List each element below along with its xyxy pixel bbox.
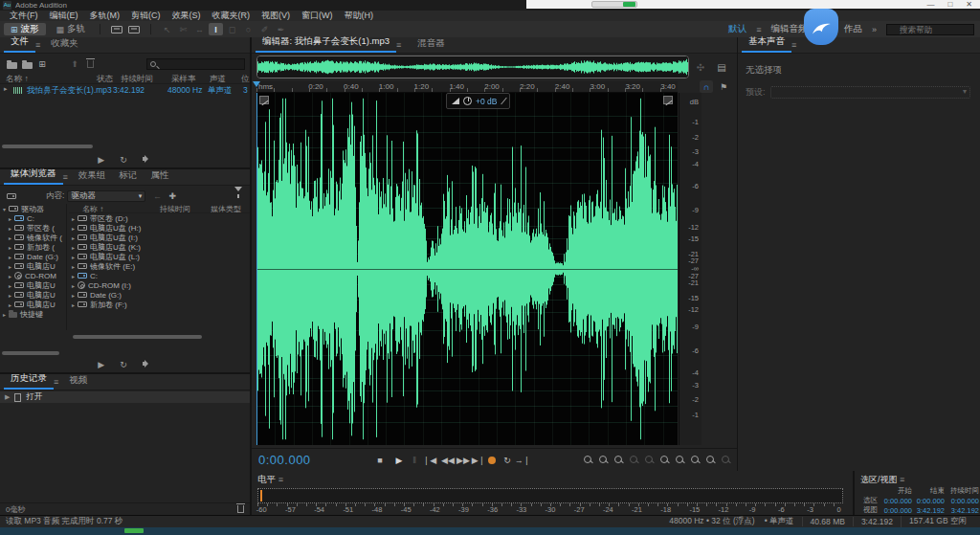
tab-effects-rack[interactable]: 效果组 — [72, 167, 113, 185]
insert-to-multitrack-icon[interactable]: ⬆ — [67, 58, 82, 70]
zoom-out-amplitude-icon[interactable] — [598, 455, 609, 465]
tree-item[interactable]: ▸镜像软件 ( — [0, 233, 66, 242]
panel-menu-icon[interactable]: ≡ — [791, 38, 800, 53]
device-icon[interactable] — [4, 190, 19, 202]
move-tool-icon[interactable]: ↖ — [160, 23, 174, 35]
content-dropdown[interactable]: 驱动器▾ — [67, 190, 145, 202]
skip-to-start-button[interactable]: ❘◀ — [421, 454, 438, 467]
back-arrow-icon[interactable]: ← — [149, 190, 165, 202]
time-value[interactable]: 3:42.192 — [912, 506, 945, 515]
add-shortcut-icon[interactable]: ✚ — [165, 190, 180, 202]
time-value[interactable]: 0:00.000 — [880, 506, 912, 515]
tab-favorites[interactable]: 收藏夹 — [44, 35, 85, 53]
lasso-selection-tool-icon[interactable]: ○ — [241, 23, 256, 35]
volume-value[interactable]: +0 dB — [476, 97, 497, 106]
edit-range-grip-right-icon[interactable] — [663, 96, 673, 104]
expand-caret-icon[interactable]: ▸ — [9, 301, 11, 308]
tab-properties[interactable]: 属性 — [144, 167, 175, 185]
preset-dropdown[interactable] — [770, 86, 970, 99]
play-preview-icon[interactable]: ▶ — [98, 155, 104, 165]
file-row[interactable]: ▸ 我怕鼻子会变长(1).mp3 3:42.192 48000 Hz 单声道 3 — [0, 85, 250, 97]
history-entry-open[interactable]: ▶ 打开 — [0, 391, 250, 403]
volume-hud[interactable]: +0 dB — [446, 93, 510, 109]
file-name[interactable]: 我怕鼻子会变长(1).mp3 — [27, 85, 112, 97]
expand-caret-icon[interactable]: ▸ — [3, 311, 6, 318]
list-item[interactable]: ▸电脑店U盘 (I:) — [69, 233, 250, 242]
windows-taskbar[interactable] — [0, 527, 980, 535]
tree-item[interactable]: ▸电脑店U — [0, 300, 66, 309]
expand-caret-icon[interactable]: ▸ — [72, 282, 75, 289]
expand-caret-icon[interactable]: ▸ — [72, 254, 75, 260]
tree-item[interactable]: ▸C: — [0, 213, 66, 223]
new-content-icon[interactable]: ⊞ — [34, 58, 50, 70]
waveform-canvas[interactable] — [256, 93, 678, 445]
expand-caret-icon[interactable]: ▸ — [72, 292, 75, 299]
skip-selection-button[interactable]: →❘ — [514, 454, 531, 467]
zoom-reset-icon[interactable] — [644, 455, 655, 465]
expand-caret-icon[interactable]: ▸ — [9, 292, 11, 299]
spectral-display-icon[interactable]: ▤ — [714, 60, 729, 74]
volume-knob-icon[interactable] — [463, 97, 472, 105]
zoom-in-amplitude-icon[interactable] — [583, 455, 593, 465]
waveform-display[interactable] — [256, 93, 678, 445]
zoom-selection-left-icon[interactable] — [659, 455, 670, 465]
tree-root-row[interactable]: ▾ 驱动器 — [0, 204, 66, 213]
expand-caret-icon[interactable]: ▸ — [72, 273, 75, 279]
timeline-ruler[interactable]: hms 0:200:401:001:201:402:002:202:403:00… — [256, 81, 678, 93]
tab-editor[interactable]: 编辑器: 我怕鼻子会变长(1).mp3 — [256, 33, 396, 53]
zoom-in-time-icon[interactable] — [613, 455, 624, 465]
list-item[interactable]: ▸镜像软件 (E:) — [69, 261, 250, 271]
marquee-selection-tool-icon[interactable]: ◻ — [225, 23, 239, 35]
time-value[interactable]: 0:00.000 — [945, 497, 979, 505]
expand-caret-icon[interactable]: ▸ — [72, 244, 75, 251]
waveform-overview[interactable] — [256, 56, 689, 78]
tree-item[interactable]: ▸带区卷 ( — [0, 223, 66, 233]
filter-funnel-icon[interactable] — [234, 191, 242, 201]
maximize-button[interactable]: □ — [947, 0, 952, 9]
minimize-button[interactable]: — — [926, 0, 934, 9]
workspace-overflow-chevron[interactable]: » — [872, 25, 877, 34]
files-search-box[interactable] — [146, 58, 245, 70]
expand-caret-icon[interactable]: ▸ — [9, 244, 11, 251]
time-display[interactable]: 0:00.000 — [258, 453, 311, 467]
tab-markers[interactable]: 标记 — [112, 167, 144, 185]
auto-play-speaker-icon[interactable] — [143, 155, 152, 163]
list-item[interactable]: ▸带区卷 (D:) — [69, 213, 250, 223]
time-value[interactable]: 0:00.000 — [912, 497, 945, 505]
list-item[interactable]: ▸电脑店U盘 (H:) — [69, 223, 250, 233]
show-waveform-icon[interactable] — [128, 26, 140, 33]
record-start-button[interactable] — [623, 2, 635, 7]
level-meter[interactable] — [257, 488, 843, 503]
tree-item[interactable]: ▸电脑店U — [0, 280, 66, 290]
tab-history[interactable]: 历史记录 — [4, 370, 54, 390]
expand-caret-icon[interactable]: ▸ — [4, 85, 8, 93]
horizontal-scrollbar[interactable] — [2, 351, 59, 355]
tree-shortcuts-row[interactable]: ▸ 快捷键 — [0, 309, 66, 319]
tree-item[interactable]: ▸CD-ROM — [0, 271, 66, 280]
list-item[interactable]: ▸电脑店U盘 (L:) — [69, 252, 250, 261]
list-item[interactable]: ▸C: — [69, 271, 250, 280]
expand-caret-icon[interactable]: ▸ — [9, 282, 11, 289]
horizontal-scrollbar[interactable] — [73, 335, 202, 339]
panel-menu-icon[interactable]: ≡ — [54, 375, 62, 390]
hud-pin-icon[interactable] — [501, 98, 508, 105]
stop-button[interactable]: ■ — [371, 454, 389, 467]
playhead-marker-icon[interactable] — [253, 81, 260, 87]
zoom-full-icon[interactable] — [721, 455, 731, 465]
expand-caret-icon[interactable]: ▸ — [72, 263, 75, 270]
overlay-recorder-pill[interactable] — [591, 1, 637, 8]
zoom-to-selection-icon[interactable] — [690, 455, 701, 465]
edit-range-grip-left-icon[interactable] — [259, 96, 269, 104]
list-item[interactable]: ▸CD-ROM (I:) — [69, 280, 250, 290]
workspace-partial-tab[interactable]: 作品 — [844, 23, 862, 35]
close-button[interactable]: ✕ — [966, 0, 972, 9]
show-spectral-icon[interactable] — [111, 26, 122, 33]
list-item[interactable]: ▸新加卷 (F:) — [69, 300, 250, 309]
expand-caret-icon[interactable]: ▸ — [72, 234, 75, 241]
expand-caret-icon[interactable]: ▸ — [72, 301, 75, 308]
panel-menu-icon[interactable]: ≡ — [278, 473, 287, 487]
tab-video[interactable]: 视频 — [62, 372, 94, 390]
zoom-history-icon[interactable] — [705, 455, 716, 465]
panel-menu-icon[interactable]: ≡ — [900, 473, 908, 487]
overview-canvas[interactable] — [257, 56, 688, 78]
